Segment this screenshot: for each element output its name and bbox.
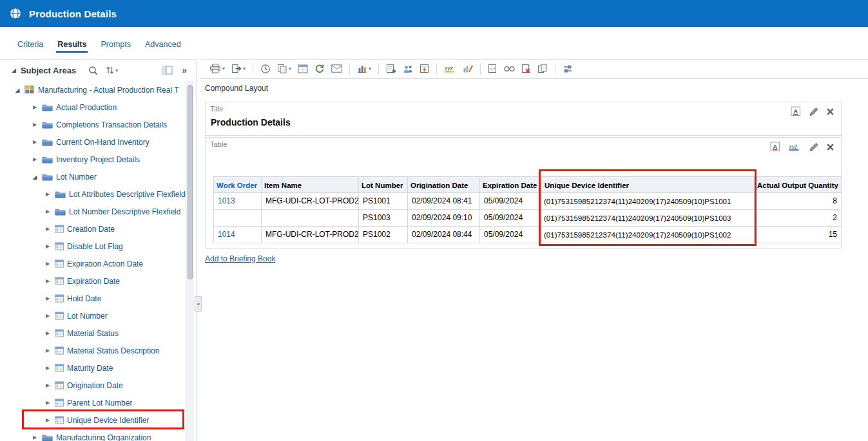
tree-item-expiration-action-date[interactable]: ▶Expiration Action Date — [0, 255, 186, 272]
tree-item-current-on-hand-inventory[interactable]: ▶Current On-Hand Inventory — [0, 133, 186, 151]
tree-item-inventory-project-details[interactable]: ▶Inventory Project Details — [0, 151, 186, 168]
new-calculated-measure-button[interactable] — [383, 62, 399, 75]
expand-pane-icon[interactable]: » — [180, 64, 188, 76]
export-button[interactable]: ▾ — [229, 62, 248, 75]
tab-results[interactable]: Results — [56, 37, 88, 53]
tab-prompts[interactable]: Prompts — [99, 37, 132, 53]
dropdown-caret-icon[interactable]: ▾ — [289, 66, 291, 71]
tree-item-lot-attributes-descriptive-flexfield[interactable]: ▶Lot Attributes Descriptive Flexfield — [0, 185, 186, 203]
expand-icon[interactable]: ▶ — [31, 122, 39, 127]
sidebar-scrollbar[interactable] — [186, 81, 194, 441]
format-container-icon[interactable]: A — [791, 106, 801, 117]
refresh-button[interactable] — [312, 62, 327, 76]
advanced-options-button[interactable] — [501, 62, 517, 75]
column-header-actual-output-quantity[interactable]: Actual Output Quantity — [755, 176, 842, 193]
dropdown-caret-icon[interactable]: ▾ — [369, 66, 371, 71]
collapse-pane-handle[interactable]: ◂ — [195, 296, 202, 312]
edit-xml-button[interactable]: <> — [485, 62, 500, 75]
remove-view-doc-button[interactable] — [519, 62, 534, 75]
work-order-link[interactable]: 1014 — [213, 227, 262, 243]
format-labels-icon[interactable]: xyz — [788, 142, 801, 152]
pane-splitter[interactable] — [196, 59, 200, 441]
expand-icon[interactable]: ▶ — [44, 382, 52, 388]
work-order-link[interactable]: 1013 — [213, 193, 262, 210]
search-icon[interactable] — [87, 64, 99, 77]
expand-icon[interactable]: ▶ — [31, 435, 39, 440]
tree-item-creation-date[interactable]: ▶Creation Date — [0, 220, 186, 238]
expand-icon[interactable]: ▶ — [44, 313, 52, 319]
add-to-briefing-book-link[interactable]: Add to Briefing Book — [205, 254, 275, 263]
new-group-button[interactable] — [400, 62, 416, 75]
expand-icon[interactable]: ▶ — [44, 296, 52, 301]
expand-icon[interactable]: ▶ — [44, 209, 52, 214]
tree-item-hold-date[interactable]: ▶Hold Date — [0, 290, 186, 307]
results-table: Work OrderItem NameLot NumberOrigination… — [213, 176, 842, 243]
tree-item-label: Material Status — [67, 329, 119, 338]
column-header-item-name[interactable]: Item Name — [262, 176, 359, 193]
expand-icon[interactable]: ▶ — [44, 191, 52, 197]
tab-criteria[interactable]: Criteria — [16, 37, 44, 53]
dropdown-caret-icon[interactable]: ▾ — [222, 66, 225, 71]
tree-item-lot-number[interactable]: ◢Lot Number — [0, 168, 186, 185]
expand-icon[interactable]: ▶ — [31, 156, 39, 162]
schedule-button[interactable] — [258, 62, 273, 76]
tree-item-material-status-description[interactable]: ▶Material Status Description — [0, 342, 186, 359]
expand-icon[interactable]: ▶ — [44, 243, 52, 249]
tree-item-completions-transaction-details[interactable]: ▶Completions Transaction Details — [0, 116, 186, 133]
tree-item-lot-number[interactable]: ▶Lot Number — [0, 307, 186, 324]
expand-icon[interactable]: ▶ — [31, 104, 39, 110]
format-xyz-button[interactable]: xyz — [441, 62, 459, 75]
import-formatting-button[interactable] — [460, 62, 476, 75]
column-icon — [55, 416, 64, 424]
column-header-lot-number[interactable]: Lot Number — [359, 176, 408, 193]
tree-item-manufacturing-organization[interactable]: ▶Manufacturing Organization — [0, 429, 186, 441]
expand-icon[interactable]: ▶ — [44, 400, 52, 406]
column-header-origination-date[interactable]: Origination Date — [408, 176, 480, 193]
dropdown-caret-icon[interactable]: ▾ — [243, 66, 246, 71]
collapse-icon[interactable]: ◢ — [31, 174, 39, 180]
print-button[interactable]: ▾ — [207, 62, 227, 75]
new-view-button[interactable]: ▾ — [354, 62, 374, 75]
tree-item-parent-lot-number[interactable]: ▶Parent Lot Number — [0, 394, 186, 411]
column-header-unique-device-identifier[interactable]: Unique Device Identifier — [542, 176, 755, 193]
column-header-expiration-date[interactable]: Expiration Date — [480, 176, 542, 193]
tree-item-maturity-date[interactable]: ▶Maturity Date — [0, 359, 186, 377]
tree-item-unique-device-identifier[interactable]: ▶Unique Device Identifier — [0, 411, 186, 429]
remove-view-icon[interactable] — [826, 108, 834, 116]
expand-icon[interactable]: ▶ — [31, 139, 39, 145]
new-calculated-item-button[interactable] — [417, 62, 432, 75]
expand-icon[interactable]: ▶ — [44, 330, 52, 336]
tree-item-origination-date[interactable]: ▶Origination Date — [0, 377, 186, 394]
expand-icon[interactable]: ▶ — [44, 261, 52, 267]
column-header-work-order[interactable]: Work Order — [213, 176, 262, 193]
preview-dashboard-button[interactable] — [295, 62, 311, 75]
expand-icon[interactable]: ▶ — [44, 226, 52, 232]
remove-view-icon[interactable] — [826, 143, 834, 151]
tree-item-disable-lot-flag[interactable]: ▶Disable Lot Flag — [0, 238, 186, 255]
duplicate-view-button[interactable] — [535, 62, 550, 75]
column-icon — [55, 242, 64, 250]
copy-button[interactable]: ▾ — [275, 62, 294, 75]
tree-item-expiration-date[interactable]: ▶Expiration Date — [0, 272, 186, 290]
tree-item-actual-production[interactable]: ▶Actual Production — [0, 99, 186, 116]
email-button[interactable] — [329, 62, 345, 75]
edit-view-icon[interactable] — [809, 107, 818, 117]
column-icon — [55, 259, 64, 268]
tree-item-material-status[interactable]: ▶Material Status — [0, 324, 186, 342]
collapse-icon[interactable]: ◢ — [14, 87, 21, 93]
expand-icon[interactable]: ▶ — [44, 417, 52, 423]
analysis-properties-button[interactable] — [560, 62, 575, 75]
collapse-subject-areas-icon[interactable]: ◢ — [12, 67, 16, 73]
sort-icon[interactable]: ▾ — [104, 64, 119, 76]
dropdown-caret-icon[interactable]: ▾ — [115, 68, 118, 73]
tree-item-lot-number-descriptive-flexfield[interactable]: ▶Lot Number Descriptive Flexfield — [0, 203, 186, 220]
tree-item-manufacturing-actual-production-real-t[interactable]: ◢Manufacturing - Actual Production Real … — [0, 81, 186, 99]
scrollbar-thumb[interactable] — [188, 85, 193, 279]
format-container-icon[interactable]: A — [770, 142, 780, 152]
edit-view-icon[interactable] — [809, 142, 818, 152]
expand-icon[interactable]: ▶ — [44, 278, 52, 284]
tab-advanced[interactable]: Advanced — [144, 37, 182, 53]
view-selector-icon[interactable] — [161, 64, 174, 76]
expand-icon[interactable]: ▶ — [44, 365, 52, 371]
expand-icon[interactable]: ▶ — [44, 348, 52, 353]
